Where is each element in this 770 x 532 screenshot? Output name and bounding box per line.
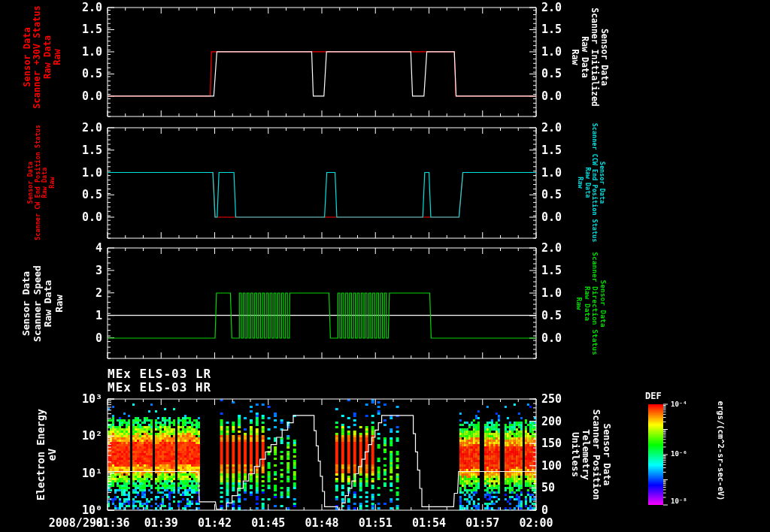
svg-text:1.0: 1.0 [541, 166, 562, 180]
svg-text:10⁰: 10⁰ [82, 503, 102, 517]
scanner-ccw-end-position-status-trace [108, 173, 536, 218]
telemetry-plot-page: { "titles": { "lr": "MEx ELS-03 LR", "hr… [0, 0, 770, 532]
panel2-plot: 2.01.51.00.50.02.01.51.00.50.0 [82, 121, 562, 238]
svg-text:1: 1 [95, 309, 102, 322]
svg-text:0.0: 0.0 [541, 210, 562, 224]
colorbar-tick-mid: 10⁻⁶ [671, 450, 687, 458]
svg-text:50: 50 [541, 481, 555, 494]
svg-text:01:39: 01:39 [144, 516, 178, 530]
svg-text:0.5: 0.5 [82, 188, 102, 201]
svg-text:1.0: 1.0 [541, 286, 562, 300]
spectrogram-title-hr: MEx ELS-03 HR [108, 380, 211, 394]
svg-text:0.5: 0.5 [541, 309, 562, 322]
svg-text:100: 100 [541, 459, 562, 473]
panel4-left-axis-label: Electron EnergyeV [35, 409, 58, 500]
svg-text:2.0: 2.0 [541, 1, 562, 14]
colorbar-title: DEF [645, 391, 662, 401]
panel1-left-axis-label: Sensor DataScanner +30V StatusRaw DataRa… [23, 5, 63, 108]
svg-text:01:45: 01:45 [251, 516, 285, 530]
svg-text:0.5: 0.5 [541, 67, 562, 80]
svg-text:150: 150 [541, 437, 562, 450]
panel3-series [108, 293, 536, 338]
panel1-plot: 2.01.51.00.50.02.01.51.00.50.0 [82, 1, 562, 116]
electron-energy-spectrogram [108, 399, 536, 510]
svg-text:2.0: 2.0 [82, 121, 102, 135]
colorbar-tick-top: 10⁻⁴ [671, 401, 687, 408]
svg-text:1.0: 1.0 [541, 45, 562, 59]
time-axis-labels: 2008/29801:3601:3901:4201:4501:4801:5101… [49, 516, 553, 530]
svg-text:10²: 10² [82, 429, 102, 443]
svg-text:1.5: 1.5 [541, 264, 562, 277]
svg-text:0.0: 0.0 [541, 331, 562, 345]
panel3-left-axis-label: Sensor DataScanner SpeedRaw DataRaw [21, 265, 65, 342]
svg-text:1.5: 1.5 [82, 144, 102, 157]
svg-text:0.5: 0.5 [82, 67, 102, 80]
panel1-series [108, 52, 536, 96]
svg-text:02:00: 02:00 [519, 516, 553, 530]
svg-text:3: 3 [95, 264, 102, 277]
panel2-left-axis-label: Sensor DataScanner CW End Position Statu… [27, 125, 56, 240]
svg-text:0.0: 0.0 [82, 89, 102, 103]
svg-text:1.0: 1.0 [82, 45, 102, 59]
svg-text:1.5: 1.5 [541, 144, 562, 157]
svg-text:01:54: 01:54 [412, 516, 446, 530]
svg-text:0: 0 [95, 331, 102, 345]
panel2-series [108, 173, 536, 218]
svg-text:1.5: 1.5 [541, 23, 562, 36]
svg-text:01:57: 01:57 [465, 516, 499, 530]
svg-text:200: 200 [541, 415, 562, 428]
svg-text:2.0: 2.0 [82, 1, 102, 14]
svg-text:1.5: 1.5 [82, 23, 102, 36]
svg-text:0.0: 0.0 [541, 89, 562, 103]
svg-text:01:42: 01:42 [198, 516, 232, 530]
svg-text:0: 0 [541, 503, 548, 517]
svg-text:2: 2 [95, 286, 102, 300]
svg-text:10³: 10³ [82, 392, 102, 406]
svg-text:250: 250 [541, 392, 562, 406]
svg-text:01:51: 01:51 [359, 516, 393, 530]
spectrogram-title-lr: MEx ELS-03 LR [108, 367, 211, 381]
panel4-right-axis-label: Sensor DataScanner PositionTelemetryUnit… [570, 410, 612, 500]
svg-text:01:48: 01:48 [305, 516, 338, 530]
colorbar-tick-bottom: 10⁻⁸ [671, 497, 687, 505]
svg-text:0.0: 0.0 [82, 210, 102, 224]
panel2-right-axis-label: Sensor DataScanner CCW End Position Stat… [577, 123, 605, 243]
svg-text:0.5: 0.5 [541, 188, 562, 201]
scanner-initialized-trace [108, 52, 536, 96]
svg-text:4: 4 [95, 241, 102, 255]
svg-text:10¹: 10¹ [82, 467, 102, 480]
svg-text:2.0: 2.0 [541, 241, 562, 255]
panel1-right-axis-label: Sensor DataScanner InitializedRaw DataRa… [570, 8, 609, 107]
colorbar-gradient [648, 404, 663, 505]
colorbar-unit-label: ergs/(cm^2-sr-sec-eV) [716, 401, 725, 501]
panel3-right-axis-label: Sensor DataScanner Direction StatusRaw D… [575, 252, 608, 355]
svg-text:2.0: 2.0 [541, 121, 562, 135]
scanner-30v-status-trace [108, 52, 536, 96]
scanner-direction-status-trace [108, 293, 536, 338]
svg-text:2008/298: 2008/298 [49, 516, 103, 530]
svg-text:01:36: 01:36 [95, 516, 129, 530]
svg-text:1.0: 1.0 [82, 166, 102, 180]
panel3-plot: 432102.01.51.00.50.0 [95, 241, 562, 358]
scanner-cw-end-position-status-trace [108, 173, 536, 218]
